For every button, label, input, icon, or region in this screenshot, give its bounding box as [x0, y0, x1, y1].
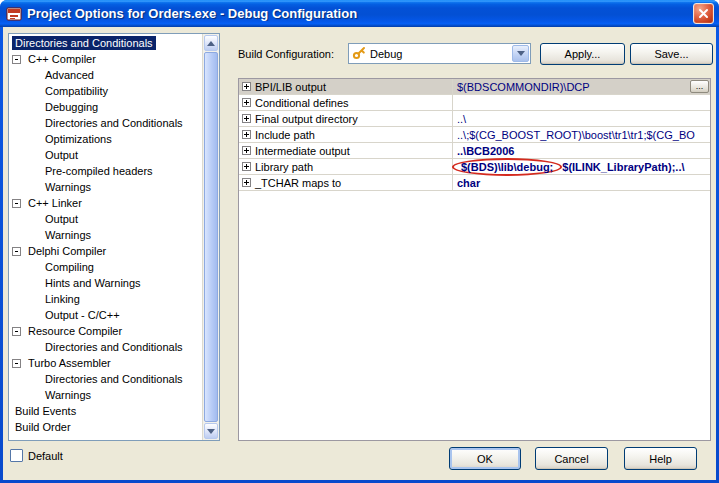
property-name-cell: Library path	[239, 159, 453, 174]
scroll-thumb[interactable]	[204, 52, 218, 422]
tree-item[interactable]: Build Order	[9, 419, 202, 435]
default-label: Default	[28, 450, 63, 462]
tree-item-label: Advanced	[42, 68, 97, 82]
scroll-down-button[interactable]	[204, 423, 218, 439]
property-value[interactable]: ..\	[453, 111, 710, 126]
tree-item[interactable]: Pre-compiled headers	[9, 163, 202, 179]
property-row[interactable]: Intermediate output..\BCB2006	[239, 143, 710, 159]
tree-item[interactable]: Hints and Warnings	[9, 275, 202, 291]
tree-item[interactable]: Resource Compiler	[9, 323, 202, 339]
tree-item-label: C++ Compiler	[25, 52, 99, 66]
scroll-up-button[interactable]	[204, 35, 218, 51]
property-name: Conditional defines	[255, 97, 349, 109]
tree-item[interactable]: Linking	[9, 291, 202, 307]
property-name: Library path	[255, 161, 313, 173]
property-grid: BPI/LIB output$(BDSCOMMONDIR)\DCP...Cond…	[238, 78, 711, 441]
collapse-icon[interactable]	[12, 359, 21, 368]
key-icon	[352, 46, 366, 62]
tree-item-label: C++ Linker	[25, 196, 85, 210]
tree-item[interactable]: Debugging	[9, 99, 202, 115]
tree-item[interactable]: Output	[9, 147, 202, 163]
help-button[interactable]: Help	[624, 447, 697, 470]
build-configuration-value: Debug	[370, 48, 507, 60]
project-options-dialog: Project Options for Orders.exe - Debug C…	[0, 0, 719, 483]
property-row[interactable]: Conditional defines	[239, 95, 710, 111]
tree-item[interactable]: Directories and Conditionals	[9, 115, 202, 131]
expand-icon[interactable]	[242, 162, 251, 171]
tree-item-label: Debugging	[42, 100, 101, 114]
property-value[interactable]: ..\;$(CG_BOOST_ROOT)\boost\tr1\tr1;$(CG_…	[453, 127, 710, 142]
tree-item-label: Compiling	[42, 260, 97, 274]
tree-item[interactable]: Advanced	[9, 67, 202, 83]
property-name-cell: _TCHAR maps to	[239, 175, 453, 190]
property-value[interactable]: ..\BCB2006	[453, 143, 710, 158]
default-checkbox[interactable]: Default	[10, 449, 63, 462]
cancel-button[interactable]: Cancel	[535, 447, 608, 470]
collapse-icon[interactable]	[12, 327, 21, 336]
tree-item[interactable]: Optimizations	[9, 131, 202, 147]
tree-item[interactable]: Directories and Conditionals	[9, 371, 202, 387]
arrow-down-icon	[207, 429, 215, 434]
property-value[interactable]: char	[453, 175, 710, 190]
property-value[interactable]: $(BDSCOMMONDIR)\DCP	[453, 79, 710, 94]
property-row[interactable]: _TCHAR maps tochar	[239, 175, 710, 191]
tree-item[interactable]: Compiling	[9, 259, 202, 275]
tree-item-label: Warnings	[42, 180, 94, 194]
tree-item-label: Hints and Warnings	[42, 276, 144, 290]
tree-item[interactable]: Turbo Assembler	[9, 355, 202, 371]
apply-button[interactable]: Apply...	[540, 43, 625, 65]
scroll-track[interactable]	[204, 52, 218, 422]
build-configuration-select[interactable]: Debug	[348, 43, 531, 64]
property-name: Include path	[255, 129, 315, 141]
tree-item[interactable]: Directories and Conditionals	[9, 35, 202, 51]
expand-icon[interactable]	[242, 114, 251, 123]
window-title: Project Options for Orders.exe - Debug C…	[27, 6, 688, 21]
collapse-icon[interactable]	[12, 247, 21, 256]
expand-icon[interactable]	[242, 98, 251, 107]
expand-icon[interactable]	[242, 178, 251, 187]
scrollbar[interactable]	[202, 34, 219, 440]
tree-item[interactable]: Compatibility	[9, 83, 202, 99]
expand-icon[interactable]	[242, 82, 251, 91]
tree-item-label: Directories and Conditionals	[42, 340, 186, 354]
tree-item-label: Directories and Conditionals	[12, 36, 156, 50]
property-row[interactable]: Include path..\;$(CG_BOOST_ROOT)\boost\t…	[239, 127, 710, 143]
tree-item[interactable]: C++ Linker	[9, 195, 202, 211]
tree-item[interactable]: Output - C/C++	[9, 307, 202, 323]
property-row[interactable]: Library path$(BDS)\lib\debug;$(ILINK_Lib…	[239, 159, 710, 175]
tree-item[interactable]: Warnings	[9, 179, 202, 195]
chevron-down-icon	[517, 51, 525, 56]
tree-item[interactable]: Delphi Compiler	[9, 243, 202, 259]
browse-button[interactable]: ...	[690, 80, 709, 93]
property-row[interactable]: Final output directory..\	[239, 111, 710, 127]
combo-dropdown-button[interactable]	[512, 45, 529, 62]
checkbox-box[interactable]	[10, 449, 23, 462]
app-icon	[6, 6, 22, 22]
save-button[interactable]: Save...	[630, 43, 713, 65]
ok-button[interactable]: OK	[449, 447, 521, 470]
property-name-cell: Include path	[239, 127, 453, 142]
tree-item[interactable]: Directories and Conditionals	[9, 339, 202, 355]
tree-item[interactable]: C++ Compiler	[9, 51, 202, 67]
property-row[interactable]: BPI/LIB output$(BDSCOMMONDIR)\DCP...	[239, 79, 710, 95]
tree-item-label: Delphi Compiler	[25, 244, 109, 258]
tree-item[interactable]: Build Events	[9, 403, 202, 419]
expand-icon[interactable]	[242, 146, 251, 155]
tree-item[interactable]: Warnings	[9, 227, 202, 243]
tree-item-label: Warnings	[42, 388, 94, 402]
close-icon	[698, 8, 709, 19]
close-button[interactable]	[693, 3, 714, 24]
property-value[interactable]: $(BDS)\lib\debug;$(ILINK_LibraryPath);..…	[453, 159, 710, 174]
expand-icon[interactable]	[242, 130, 251, 139]
property-value[interactable]	[453, 95, 710, 110]
tree-item[interactable]: Output	[9, 211, 202, 227]
collapse-icon[interactable]	[12, 55, 21, 64]
tree-item-label: Output - C/C++	[42, 308, 123, 322]
collapse-icon[interactable]	[12, 199, 21, 208]
property-name: Final output directory	[255, 113, 358, 125]
dialog-body: Directories and ConditionalsC++ Compiler…	[3, 27, 716, 480]
tree-item-label: Turbo Assembler	[25, 356, 114, 370]
title-bar: Project Options for Orders.exe - Debug C…	[0, 0, 719, 27]
tree-item[interactable]: Warnings	[9, 387, 202, 403]
tree-item-label: Directories and Conditionals	[42, 116, 186, 130]
